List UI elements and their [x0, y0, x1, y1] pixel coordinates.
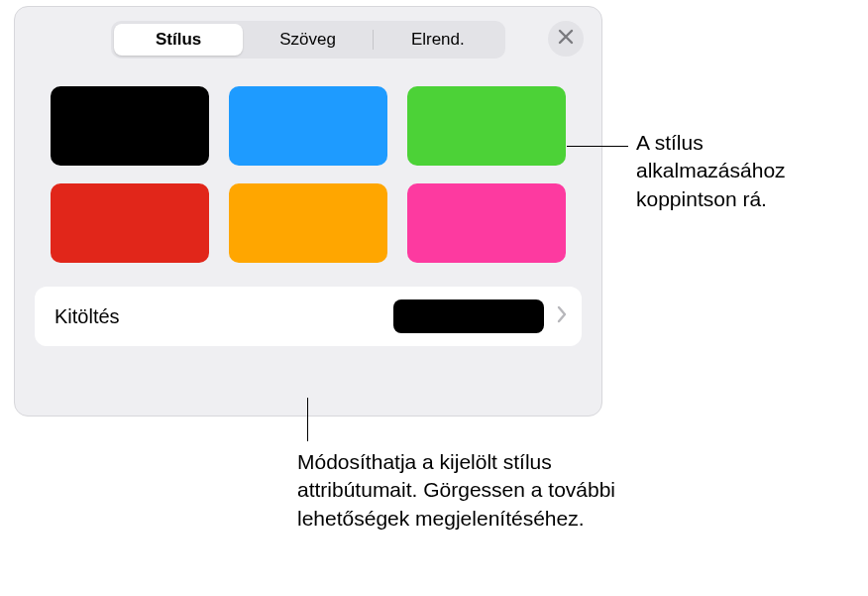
tab-text[interactable]: Szöveg: [243, 24, 372, 56]
style-swatch-grid: [15, 68, 601, 285]
tab-style[interactable]: Stílus: [114, 24, 243, 56]
close-icon: [558, 29, 574, 49]
callout-leader-line: [567, 146, 628, 147]
callout-modify-attrs: Módosíthatja a kijelölt stílus attribútu…: [297, 448, 654, 533]
tab-arrange[interactable]: Elrend.: [374, 24, 502, 56]
style-swatch-black[interactable]: [51, 86, 209, 166]
tabbar: Stílus Szöveg Elrend.: [15, 7, 601, 68]
style-swatch-red[interactable]: [51, 183, 209, 263]
fill-color-preview: [393, 299, 544, 333]
style-swatch-orange[interactable]: [229, 183, 387, 263]
style-swatch-green[interactable]: [407, 86, 566, 166]
tab-arrange-label: Elrend.: [411, 30, 465, 50]
close-button[interactable]: [548, 21, 584, 57]
callout-apply-style: A stílus alkalmazásához koppintson rá.: [636, 129, 854, 213]
style-swatch-pink[interactable]: [407, 183, 566, 263]
chevron-right-icon: [556, 305, 568, 327]
tab-style-label: Stílus: [156, 30, 201, 50]
callout-leader-line: [307, 398, 308, 441]
style-swatch-blue[interactable]: [229, 86, 387, 166]
segmented-control: Stílus Szöveg Elrend.: [111, 21, 505, 59]
fill-row[interactable]: Kitöltés: [35, 287, 582, 346]
tab-text-label: Szöveg: [279, 30, 336, 50]
fill-label: Kitöltés: [54, 305, 393, 328]
format-panel: Stílus Szöveg Elrend. Kitöltés: [14, 6, 602, 417]
